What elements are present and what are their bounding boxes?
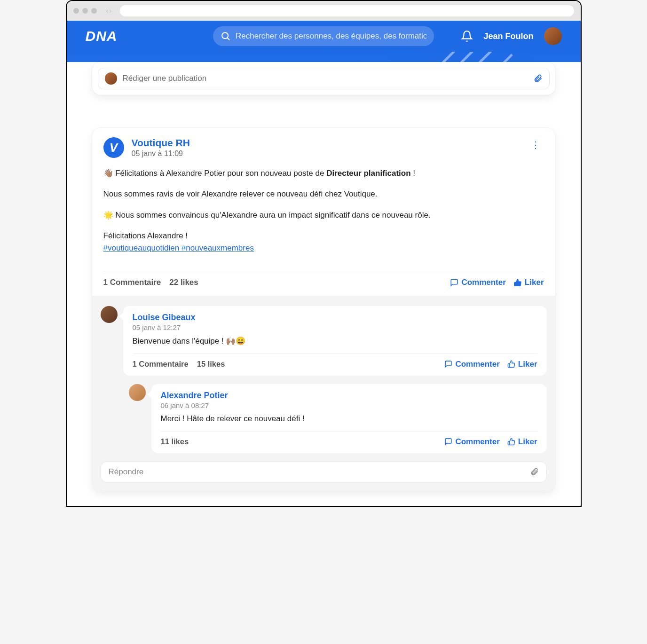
search-input[interactable]: Rechercher des personnes, des équipes, d…	[213, 26, 434, 46]
url-bar[interactable]	[120, 5, 574, 16]
comment-timestamp: 05 janv à 12:27	[133, 323, 537, 331]
comment-text: Bienvenue dans l'équipe ! 🙌🏽😄	[133, 336, 537, 346]
thumbs-up-icon	[507, 360, 515, 368]
app-header: DNA Rechercher des personnes, des équipe…	[67, 21, 581, 52]
comment-bubble: Louise Gibeaux 05 janv à 12:27 Bienvenue…	[123, 306, 547, 376]
post-header: V Voutique RH 05 janv à 11:09 ⋮	[92, 128, 555, 158]
user-name[interactable]: Jean Foulon	[483, 31, 533, 41]
user-avatar[interactable]	[544, 27, 562, 45]
comment-comment-count[interactable]: 1 Commentaire	[133, 360, 189, 369]
like-button[interactable]: Liker	[507, 360, 537, 369]
composer-input[interactable]: Rédiger une publication	[98, 68, 550, 89]
post-author-avatar[interactable]: V	[103, 137, 124, 158]
comments-area: Louise Gibeaux 05 janv à 12:27 Bienvenue…	[92, 296, 555, 492]
composer-placeholder: Rédiger une publication	[123, 74, 528, 83]
browser-chrome: ‹ ›	[67, 1, 581, 21]
comment-item: Louise Gibeaux 05 janv à 12:27 Bienvenue…	[101, 306, 547, 376]
thumbs-up-icon	[507, 438, 515, 446]
paperclip-icon[interactable]	[530, 467, 539, 476]
post-card: V Voutique RH 05 janv à 11:09 ⋮ 👋🏽 Félic…	[92, 128, 555, 492]
nav-arrows: ‹ ›	[106, 7, 111, 15]
post-author-name[interactable]: Voutique RH	[132, 137, 190, 149]
content-area: Rédiger une publication V Voutique RH 05…	[67, 62, 581, 506]
post-comment-count[interactable]: 1 Commentaire	[103, 278, 161, 287]
comment-text: Merci ! Hâte de relever ce nouveau défi …	[161, 414, 537, 424]
like-button[interactable]: Liker	[513, 278, 544, 287]
post-line-4: Félicitations Alexandre ! #voutiqueauquo…	[103, 230, 544, 255]
post-like-count[interactable]: 22 likes	[169, 278, 198, 287]
post-stats-bar: 1 Commentaire 22 likes Commenter Liker	[103, 271, 544, 296]
comment-author[interactable]: Louise Gibeaux	[133, 313, 537, 322]
post-line-1: 👋🏽 Félicitations à Alexandre Potier pour…	[103, 167, 544, 180]
comment-stats-bar: 1 Commentaire 15 likes Commenter Liker	[133, 353, 537, 369]
search-placeholder: Rechercher des personnes, des équipes, d…	[236, 31, 426, 41]
search-icon	[221, 31, 231, 41]
window-dot-max[interactable]	[91, 8, 97, 14]
paperclip-icon[interactable]	[533, 74, 543, 83]
post-line-2: Nous sommes ravis de voir Alexandre rele…	[103, 188, 544, 200]
svg-line-1	[228, 38, 230, 40]
comment-like-count[interactable]: 11 likes	[161, 437, 189, 446]
comment-icon	[444, 438, 452, 446]
comment-icon	[444, 360, 452, 368]
reply-placeholder: Répondre	[109, 467, 530, 477]
comment-icon	[450, 278, 458, 287]
thumbs-up-icon	[513, 278, 522, 287]
composer-card: Rédiger une publication	[92, 62, 555, 95]
comment-bubble: Alexandre Potier 06 janv à 08:27 Merci !…	[151, 384, 547, 453]
comment-avatar[interactable]	[101, 306, 118, 323]
comment-timestamp: 06 janv à 08:27	[161, 401, 537, 409]
post-body: 👋🏽 Félicitations à Alexandre Potier pour…	[92, 158, 555, 262]
nav-forward-icon[interactable]: ›	[109, 7, 111, 15]
comment-button[interactable]: Commenter	[450, 278, 505, 287]
comment-item: Alexandre Potier 06 janv à 08:27 Merci !…	[129, 384, 547, 453]
comment-avatar[interactable]	[129, 384, 146, 401]
like-button[interactable]: Liker	[507, 437, 537, 447]
comment-button[interactable]: Commenter	[444, 437, 499, 447]
browser-frame: ‹ › DNA Rechercher des personnes, des éq…	[66, 0, 582, 507]
post-hashtags[interactable]: #voutiqueauquotidien #nouveauxmembres	[103, 243, 254, 252]
post-timestamp: 05 janv à 11:09	[132, 149, 190, 158]
window-dots	[73, 8, 97, 14]
comment-button[interactable]: Commenter	[444, 360, 499, 369]
reply-input[interactable]: Répondre	[101, 462, 547, 482]
window-dot-min[interactable]	[82, 8, 88, 14]
composer-avatar	[105, 72, 117, 85]
post-menu-icon[interactable]: ⋮	[527, 137, 544, 152]
nav-back-icon[interactable]: ‹	[106, 7, 109, 15]
app-logo[interactable]: DNA	[86, 28, 118, 44]
header-right: Jean Foulon	[461, 27, 561, 45]
comment-stats-bar: 11 likes Commenter Liker	[161, 431, 537, 447]
comment-author[interactable]: Alexandre Potier	[161, 391, 537, 401]
post-line-3: 🌟 Nous sommes convaincus qu'Alexandre au…	[103, 209, 544, 221]
window-dot-close[interactable]	[73, 8, 79, 14]
bell-icon[interactable]	[461, 30, 473, 42]
svg-point-0	[222, 32, 228, 39]
comment-like-count[interactable]: 15 likes	[197, 360, 225, 369]
